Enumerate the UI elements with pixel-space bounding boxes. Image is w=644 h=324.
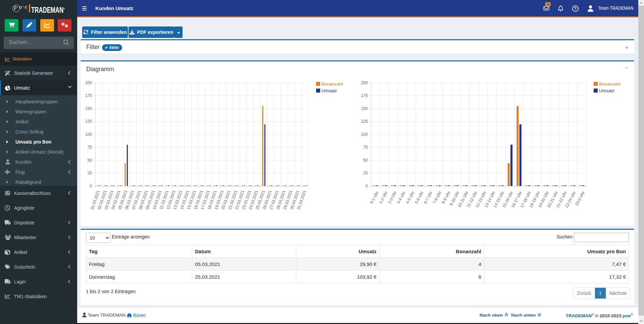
svg-text:75: 75 xyxy=(363,145,368,150)
svg-text:Bonanzahl: Bonanzahl xyxy=(321,82,343,87)
svg-text:0: 0 xyxy=(90,184,92,188)
svg-text:125: 125 xyxy=(361,119,368,124)
svg-text:50: 50 xyxy=(363,158,368,163)
svg-text:200: 200 xyxy=(361,80,368,85)
svg-text:Umsatz: Umsatz xyxy=(599,88,614,93)
svg-text:150: 150 xyxy=(361,106,368,111)
svg-text:Bonanzahl: Bonanzahl xyxy=(599,82,621,87)
svg-text:0: 0 xyxy=(365,184,368,188)
svg-text:25: 25 xyxy=(88,171,92,175)
svg-text:200: 200 xyxy=(85,80,92,85)
svg-text:100: 100 xyxy=(85,132,92,137)
svg-text:50: 50 xyxy=(88,158,92,163)
svg-text:100: 100 xyxy=(361,132,368,137)
svg-text:175: 175 xyxy=(361,93,368,98)
svg-text:150: 150 xyxy=(85,106,92,111)
svg-text:75: 75 xyxy=(88,145,92,150)
svg-text:Umsatz: Umsatz xyxy=(321,88,337,93)
svg-text:25: 25 xyxy=(363,171,368,175)
svg-text:125: 125 xyxy=(85,119,92,124)
svg-text:175: 175 xyxy=(85,93,92,98)
